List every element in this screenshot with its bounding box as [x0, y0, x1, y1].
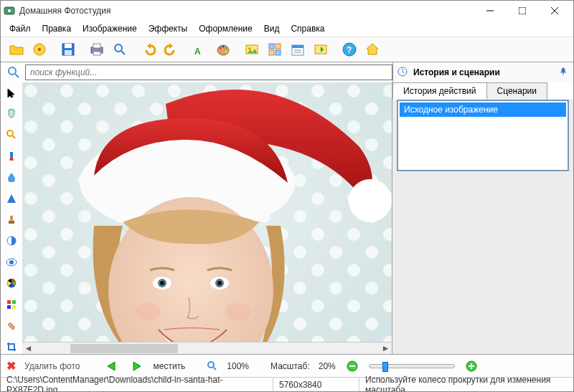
svg-rect-41: [10, 152, 13, 158]
menu-help[interactable]: Справка: [285, 22, 330, 35]
image-frame-icon[interactable]: [242, 39, 262, 59]
svg-rect-51: [12, 305, 16, 309]
side-tabs: История действий Сценарии: [392, 82, 573, 100]
side-panel-header: История и сценарии: [392, 62, 573, 82]
menu-edit[interactable]: Правка: [37, 22, 77, 35]
svg-rect-25: [276, 44, 281, 49]
titlebar: Домашняя Фотостудия: [1, 1, 573, 21]
brush-tool-icon[interactable]: [4, 149, 19, 163]
svg-point-69: [208, 362, 214, 368]
channels-tool-icon[interactable]: [4, 297, 19, 312]
maximize-button[interactable]: [506, 1, 538, 21]
delete-label[interactable]: Удалить фото: [24, 361, 80, 371]
svg-rect-48: [7, 300, 11, 304]
svg-rect-26: [269, 50, 274, 55]
scroll-track[interactable]: [34, 343, 380, 355]
catalog-icon[interactable]: [29, 39, 50, 59]
zoom-in-icon[interactable]: [464, 358, 479, 374]
zoom-slider[interactable]: [369, 364, 455, 368]
export-icon[interactable]: [311, 39, 331, 59]
print-icon[interactable]: [87, 39, 107, 59]
redeye-tool-icon[interactable]: [4, 255, 19, 269]
svg-point-23: [248, 47, 251, 50]
search-row: [1, 62, 392, 82]
svg-text:?: ?: [347, 45, 352, 55]
patch-tool-icon[interactable]: [4, 319, 19, 333]
color-tool-icon[interactable]: [4, 276, 19, 290]
pin-icon[interactable]: [559, 67, 569, 77]
scroll-thumb[interactable]: [70, 344, 178, 353]
canvas-wrap: ◄ ►: [22, 82, 392, 354]
svg-point-39: [7, 130, 13, 136]
next-icon[interactable]: [128, 358, 144, 374]
prev-icon[interactable]: [104, 358, 120, 374]
zoom-out-icon[interactable]: [344, 358, 360, 374]
main-toolbar: A ?: [1, 37, 573, 62]
history-item[interactable]: Исходное изображение: [400, 102, 566, 117]
svg-rect-52: [8, 322, 15, 330]
search-tool-icon[interactable]: [110, 39, 130, 59]
fit-label[interactable]: местить: [153, 361, 185, 371]
crop-tool-icon[interactable]: [4, 340, 19, 354]
close-button[interactable]: [538, 1, 570, 21]
shape-tool-icon[interactable]: [4, 191, 19, 206]
svg-rect-10: [65, 50, 72, 55]
zoom-100-icon[interactable]: [207, 360, 218, 372]
svg-rect-75: [471, 363, 472, 369]
redo-icon[interactable]: [161, 39, 182, 59]
history-icon: [397, 67, 409, 78]
text-icon[interactable]: A: [190, 39, 210, 59]
svg-point-18: [220, 47, 222, 49]
side-panel-title: История и сценарии: [413, 67, 559, 77]
svg-line-15: [121, 51, 125, 54]
contrast-tool-icon[interactable]: [4, 234, 19, 248]
delete-icon[interactable]: ✖: [6, 359, 16, 373]
menu-view[interactable]: Вид: [258, 22, 286, 35]
hand-tool-icon[interactable]: [4, 107, 19, 121]
scroll-right-icon[interactable]: ►: [380, 343, 392, 355]
stamp-tool-icon[interactable]: [4, 213, 19, 227]
save-icon[interactable]: [58, 39, 78, 59]
image-canvas[interactable]: [22, 82, 392, 342]
svg-rect-43: [10, 216, 13, 221]
open-icon[interactable]: [6, 39, 27, 59]
status-bar: C:\Users\ContentManager\Downloads\child-…: [1, 377, 573, 391]
search-input[interactable]: [25, 64, 392, 80]
zoom-knob[interactable]: [382, 362, 388, 372]
side-panel: История действий Сценарии Исходное изобр…: [392, 82, 573, 354]
menu-decor[interactable]: Оформление: [193, 22, 258, 35]
collage-icon[interactable]: [265, 39, 285, 59]
home-icon[interactable]: [362, 39, 382, 59]
palette-icon[interactable]: [213, 39, 233, 59]
zoom-tool-icon[interactable]: [4, 128, 19, 142]
svg-rect-49: [12, 300, 16, 304]
svg-point-59: [349, 179, 392, 222]
undo-icon[interactable]: [138, 39, 159, 59]
zoom-100-label[interactable]: 100%: [227, 361, 249, 371]
svg-point-19: [222, 46, 225, 48]
svg-point-21: [225, 51, 227, 53]
window-title: Домашняя Фотостудия: [19, 6, 474, 16]
svg-rect-27: [276, 50, 281, 55]
scroll-left-icon[interactable]: ◄: [22, 343, 34, 355]
minimize-button[interactable]: [474, 1, 506, 21]
tab-scenarios[interactable]: Сценарии: [486, 82, 547, 100]
menu-image[interactable]: Изображение: [77, 22, 143, 35]
status-dims: 5760x3840: [273, 378, 359, 391]
svg-line-40: [12, 135, 15, 138]
menu-file[interactable]: Файл: [4, 22, 37, 35]
tab-history[interactable]: История действий: [392, 82, 487, 100]
svg-rect-3: [519, 7, 526, 14]
calendar-icon[interactable]: [288, 39, 308, 59]
blur-tool-icon[interactable]: [4, 170, 19, 184]
horizontal-scrollbar[interactable]: ◄ ►: [22, 342, 392, 354]
history-list[interactable]: Исходное изображение: [397, 100, 569, 171]
svg-point-46: [9, 260, 14, 264]
help-icon[interactable]: ?: [339, 39, 359, 59]
pointer-tool-icon[interactable]: [4, 85, 19, 100]
content-area: ◄ ► История действий Сценарии Исходное и…: [1, 82, 573, 354]
menu-effects[interactable]: Эффекты: [143, 22, 194, 35]
status-hint: Используйте колесо прокрутки для изменен…: [359, 378, 573, 391]
svg-point-7: [38, 48, 41, 51]
status-path: C:\Users\ContentManager\Downloads\child-…: [1, 378, 273, 391]
